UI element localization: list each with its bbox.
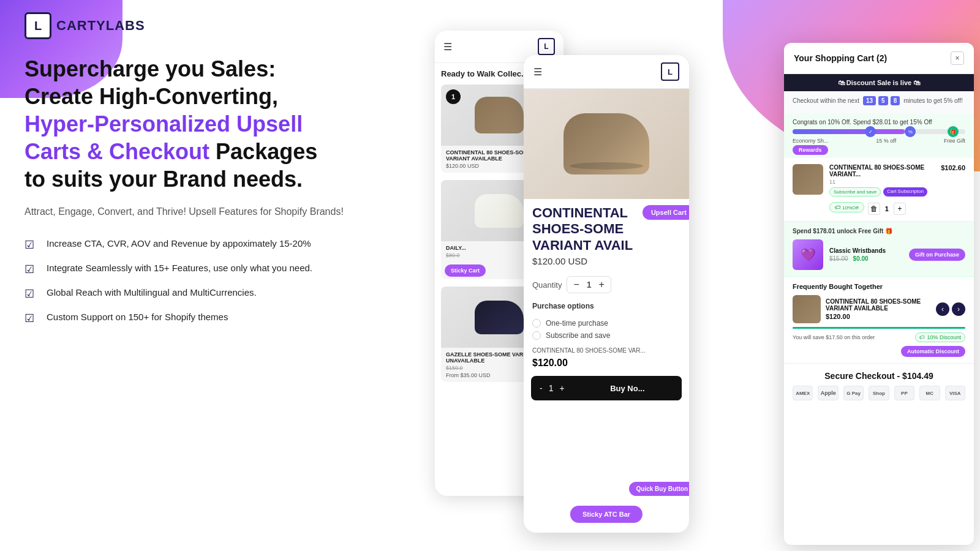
cart-item-tags-1: Subscribe and save Cart Subscripton [829, 187, 935, 197]
qty-value: 1 [587, 280, 592, 290]
auto-discount-label: Automatic Discount [901, 346, 965, 357]
countdown-timer: 13 5 8 [863, 96, 900, 105]
badge-1: 1 [446, 89, 461, 104]
free-gift-title: Spend $178.01 unlock Free Gift 🎁 [793, 228, 965, 234]
pm-qty-val: 1 [549, 383, 554, 393]
feature-text-1: Increase CTA, CVR, AOV and Revenue by ap… [47, 238, 311, 249]
free-gift-section: Spend $178.01 unlock Free Gift 🎁 💜 Class… [784, 222, 974, 277]
radio-circle [532, 319, 541, 328]
pm-hamburger-icon[interactable]: ☰ [533, 66, 542, 78]
logo[interactable]: L CARTYLABS [24, 12, 145, 39]
shoe-large-img [564, 113, 649, 174]
cart-qty-plus-1[interactable]: + [894, 203, 906, 215]
feature-text-2: Integrate Seamlessly with 15+ Features, … [47, 263, 312, 273]
fbt-discount-text: 10% Discount [927, 334, 961, 340]
fbt-item: CONTINENTAL 80 SHOES-SOME VARIANT AVAILA… [793, 295, 931, 323]
rewards-badge: Rewards [793, 145, 828, 155]
radio-circle-subscribe [532, 331, 541, 340]
countdown-label: Checkout within the next [793, 97, 859, 104]
fbt-discount-tag: 🏷 10% Discount [915, 332, 965, 342]
discount-pct: 10%Off [842, 205, 859, 211]
sticky-atc-bar[interactable]: Sticky ATC Bar [570, 506, 643, 523]
marker-label-1: Economy Sh... [793, 138, 829, 144]
fbt-nav: ‹ › [936, 302, 965, 316]
shoe-img-white [475, 194, 524, 228]
timer-mins-ones: 5 [878, 96, 888, 105]
payment-mc: MC [919, 386, 940, 400]
purchase-options-label: Purchase options [524, 297, 689, 315]
quantity-control[interactable]: − 1 + [567, 276, 611, 293]
check-icon-1: ☑ [24, 238, 39, 253]
payment-apple: Apple [818, 386, 838, 400]
payment-gpay: G Pay [843, 386, 864, 400]
feature-item-1: ☑ Increase CTA, CVR, AOV and Revenue by … [24, 238, 429, 253]
pm-header: ☰ L [524, 55, 689, 89]
timer-secs: 8 [891, 96, 900, 105]
quick-buy-button[interactable]: Quick Buy Button [629, 482, 689, 496]
tag-subscribe[interactable]: Subscribe and save [829, 187, 881, 197]
pm-price: $120.00 USD [524, 256, 689, 272]
countdown-suffix: minutes to get 5% off! [903, 97, 963, 104]
fbt-item-row: CONTINENTAL 80 SHOES-SOME VARIANT AVAILA… [793, 295, 965, 323]
check-icon-3: ☑ [24, 287, 39, 302]
cart-panel: Your Shopping Cart (2) × 🛍 Discount Sale… [784, 43, 974, 545]
cart-item-price-1: $102.60 [941, 164, 965, 171]
check-icon-2: ☑ [24, 263, 39, 277]
countdown-row: Checkout within the next 13 5 8 minutes … [793, 96, 965, 105]
cart-item-qty-row: 🏷 10%Off 🗑 1 + [829, 199, 935, 215]
pm-price-large: $120.00 [524, 358, 689, 369]
qty-minus[interactable]: − [573, 279, 579, 290]
payment-paypal: PP [894, 386, 914, 400]
progress-dot-2: % [905, 126, 916, 137]
cart-close-button[interactable]: × [951, 51, 964, 65]
tag-discount: 🏷 10%Off [829, 202, 864, 212]
fbt-green-bar [793, 327, 965, 329]
free-gift-prices: $15.00 $0.00 [829, 255, 903, 262]
checkout-total: Secure Checkout - $104.49 [793, 371, 965, 381]
progress-section: Congrats on 10% Off. Spend $28.01 to get… [784, 114, 974, 158]
check-icon-4: ☑ [24, 312, 39, 326]
gift-on-purchase-button[interactable]: Gift on Purchase [909, 249, 965, 261]
fbt-next-btn[interactable]: › [952, 302, 965, 316]
fbt-item-price: $120.00 [826, 313, 931, 320]
cart-item-variant-1: 11 [829, 179, 935, 185]
discount-banner-text: 🛍 Discount Sale is live 🛍 [838, 79, 921, 86]
cart-item-name-1: CONTINENTAL 80 SHOES-SOME VARIANT... [829, 164, 935, 178]
progress-tags: Economy Sh... 15 % off Free Gift [793, 138, 965, 144]
discount-tag-icon: 🏷 [919, 334, 925, 340]
headline: Supercharge you Sales: Create High-Conve… [24, 55, 429, 193]
qty-plus[interactable]: + [599, 279, 605, 290]
sticky-cart-btn[interactable]: Sticky Cart [445, 264, 486, 277]
pm-product-title-small: CONTINENTAL 80 SHOES-SOME VAR... [524, 343, 689, 358]
pm-buy-btn[interactable]: Buy No... [573, 377, 682, 400]
fbt-save-text: You will save $17.50 on this order [793, 334, 875, 340]
payment-visa: VISA [945, 386, 965, 400]
logo-icon: L [24, 12, 51, 39]
fbt-prev-btn[interactable]: ‹ [936, 302, 949, 316]
cart-item-1: CONTINENTAL 80 SHOES-SOME VARIANT... 11 … [784, 158, 974, 222]
payment-amex: AMEX [793, 386, 813, 400]
one-time-option[interactable]: One-time purchase [524, 319, 689, 328]
shoe-img-brown [475, 97, 524, 133]
pm-qty-plus[interactable]: + [559, 383, 564, 393]
free-gift-img: 💜 [793, 239, 823, 270]
checkout-section: Secure Checkout - $104.49 AMEX Apple G P… [784, 364, 974, 408]
free-gift-name: Classic Wristbands [829, 247, 903, 254]
feature-list: ☑ Increase CTA, CVR, AOV and Revenue by … [24, 238, 429, 326]
fbt-section: Frequently Bought Together CONTINENTAL 8… [784, 277, 974, 364]
cart-item-img-1 [793, 164, 823, 195]
shoe-img-dark [475, 301, 524, 334]
tag-subscription[interactable]: Cart Subscripton [883, 187, 927, 197]
marker-label-2: 15 % off [876, 138, 896, 144]
fbt-item-info: CONTINENTAL 80 SHOES-SOME VARIANT AVAILA… [826, 298, 931, 320]
upsell-cart-button[interactable]: Upsell Cart [643, 205, 689, 220]
cart-title: Your Shopping Cart (2) [794, 53, 887, 63]
feature-item-2: ☑ Integrate Seamlessly with 15+ Features… [24, 263, 429, 277]
pm-qty-minus[interactable]: - [540, 383, 543, 393]
subscribe-option[interactable]: Subscribe and save [524, 331, 689, 340]
fbt-save-row: You will save $17.50 on this order 🏷 10%… [793, 332, 965, 342]
fbt-item-name: CONTINENTAL 80 SHOES-SOME VARIANT AVAILA… [826, 298, 931, 312]
cart-qty-minus-1[interactable]: 🗑 [868, 203, 880, 215]
headline-line2: Create High-Converting, [24, 84, 278, 109]
payment-icons: AMEX Apple G Pay Shop PP MC VISA [793, 386, 965, 400]
